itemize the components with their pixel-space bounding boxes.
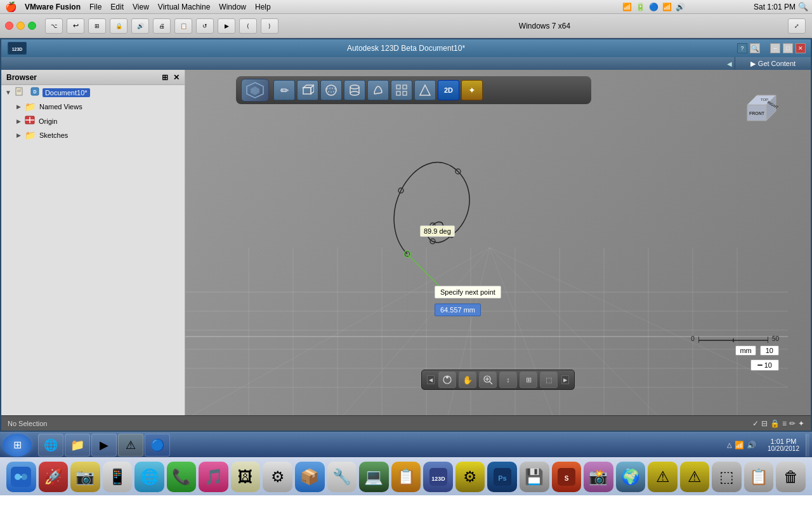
dock-app13[interactable]: 📋 <box>391 462 421 492</box>
search-icon[interactable]: 🔍 <box>798 2 808 11</box>
dock-trash[interactable]: 🗑 <box>776 462 806 492</box>
vmware-btn-11[interactable]: ⟩ <box>261 18 278 34</box>
taskbar-app5[interactable]: 🔵 <box>145 434 170 457</box>
unit-selector[interactable]: mm <box>735 345 756 356</box>
vmware-btn-3[interactable]: ⊞ <box>88 18 106 34</box>
menu-view[interactable]: View <box>133 3 149 11</box>
dock-contacts[interactable]: 📱 <box>103 462 133 492</box>
toolbar-box-btn[interactable] <box>297 80 318 100</box>
status-columns-icon[interactable]: ⊟ <box>761 419 768 428</box>
dock-replicator2[interactable]: ⚠ <box>648 462 678 492</box>
show-desktop-btn[interactable] <box>806 434 809 457</box>
toolbar-sketch-btn[interactable]: ✏ <box>273 80 295 100</box>
view-mode-btn[interactable]: ⊞ <box>520 371 537 388</box>
status-lock-icon[interactable]: 🔒 <box>770 419 780 428</box>
tree-item-document[interactable]: ▼ D Document10* <box>1 85 185 100</box>
autodesk-maximize-btn[interactable]: □ <box>783 43 793 53</box>
dock-sketchup[interactable]: S <box>552 462 582 492</box>
start-button[interactable]: ⊞ <box>3 434 32 457</box>
toolbar-sphere-btn[interactable] <box>320 80 342 100</box>
tray-icon-2[interactable]: 🔋 <box>636 3 645 11</box>
tree-item-origin[interactable]: ▶ Origin <box>1 114 185 128</box>
toolbar-featured-btn[interactable]: ✦ <box>461 80 483 100</box>
help-button[interactable]: ? <box>737 43 747 53</box>
dock-safari[interactable]: 🌐 <box>134 462 164 492</box>
close-button[interactable] <box>5 22 13 30</box>
vmware-restore-btn[interactable]: ⤢ <box>788 18 806 34</box>
dock-itunes[interactable]: 🎵 <box>199 462 228 492</box>
status-list-icon[interactable]: ≡ <box>782 419 787 428</box>
pan-btn[interactable]: ✋ <box>459 371 476 388</box>
autodesk-search-icon[interactable]: 🔍 <box>750 43 760 53</box>
apple-logo[interactable]: 🍎 <box>5 1 17 13</box>
autodesk-close-btn[interactable]: ✕ <box>796 43 806 53</box>
tray-volume-icon[interactable]: 🔊 <box>747 441 756 450</box>
view-btn-2[interactable]: ⬚ <box>540 371 558 388</box>
vmware-btn-4[interactable]: 🔒 <box>110 18 128 34</box>
dock-vmware[interactable]: 💻 <box>359 462 389 492</box>
tree-item-sketches[interactable]: ▶ 📁 Sketches <box>1 128 185 142</box>
tray-arrow[interactable]: △ <box>727 441 732 448</box>
toolbar-2d-btn[interactable]: 2D <box>438 80 459 100</box>
dock-disk[interactable]: 💾 <box>520 462 549 492</box>
toolbar-cylinder-btn[interactable] <box>344 80 365 100</box>
dock-photoshop[interactable]: Ps <box>487 462 517 492</box>
menu-file[interactable]: File <box>89 3 102 11</box>
taskbar-ie[interactable]: 🌐 <box>38 434 63 457</box>
status-edit-icon[interactable]: ✏ <box>789 419 796 428</box>
dock-autodesk[interactable]: 123D <box>423 462 453 492</box>
status-star-icon[interactable]: ✦ <box>798 419 804 428</box>
tray-icon-3[interactable]: 🔵 <box>649 3 658 11</box>
get-content-button[interactable]: ▶ Get Content <box>735 57 811 70</box>
autodesk-minimize-btn[interactable]: – <box>770 43 780 53</box>
tray-network-icon[interactable]: 📶 <box>735 441 744 450</box>
toolbar-pattern-btn[interactable] <box>391 80 412 100</box>
dock-photos[interactable]: 📷 <box>70 462 100 492</box>
dock-replicator[interactable]: ⚙ <box>455 462 485 492</box>
zoom-btn[interactable] <box>479 371 497 388</box>
menu-vmware-fusion[interactable]: VMware Fusion <box>25 3 81 11</box>
toolbar-expand-btn[interactable]: ▶ <box>561 375 569 384</box>
dock-replicator3[interactable]: ⚠ <box>680 462 710 492</box>
tray-icon-4[interactable]: 📶 <box>662 3 672 11</box>
toolbar-construct-btn[interactable] <box>414 80 436 100</box>
vmware-btn-10[interactable]: ⟨ <box>239 18 257 34</box>
toolbar-freeform-btn[interactable] <box>367 80 389 100</box>
orbit-btn[interactable] <box>438 371 456 388</box>
vmware-btn-9[interactable]: ▶ <box>218 18 235 34</box>
dock-appstore[interactable]: 📦 <box>295 462 325 492</box>
dock-other[interactable]: ⬚ <box>712 462 742 492</box>
vmware-btn-1[interactable]: ⌥ <box>45 18 63 34</box>
dock-other2[interactable]: 📋 <box>744 462 774 492</box>
viewport[interactable]: 89.9 deg Specify next point 64.557 mm <box>185 70 811 415</box>
dock-finder[interactable] <box>6 462 36 492</box>
dock-launchpad[interactable]: 🚀 <box>39 462 69 492</box>
tray-icon-1[interactable]: 📶 <box>622 3 632 11</box>
menu-virtual-machine[interactable]: Virtual Machine <box>158 3 211 11</box>
vmware-btn-2[interactable]: ↩ <box>67 18 84 34</box>
taskbar-event[interactable]: ⚠ <box>118 434 143 457</box>
browser-grid-icon[interactable]: ⊞ <box>162 73 168 82</box>
dock-preview[interactable]: 🖼 <box>231 462 261 492</box>
taskbar-media[interactable]: ▶ <box>91 434 117 457</box>
dock-camera[interactable]: 📸 <box>584 462 613 492</box>
view-cube[interactable]: FRONT RIGHT TOP <box>738 79 785 127</box>
snap-value[interactable]: 10 <box>760 345 779 356</box>
tree-item-named-views[interactable]: ▶ 📁 Named Views <box>1 100 185 114</box>
vmware-btn-6[interactable]: 🖨 <box>153 18 171 34</box>
tray-icon-5[interactable]: 🔊 <box>676 3 685 11</box>
dock-tools[interactable]: 🔧 <box>327 462 357 492</box>
vmware-btn-7[interactable]: 📋 <box>174 18 192 34</box>
menu-window[interactable]: Window <box>219 3 246 11</box>
move-btn[interactable]: ↕ <box>499 371 517 388</box>
dock-phone[interactable]: 📞 <box>167 462 197 492</box>
maximize-button[interactable] <box>28 22 36 30</box>
taskbar-explorer[interactable]: 📁 <box>65 434 90 457</box>
menu-edit[interactable]: Edit <box>110 3 124 11</box>
vmware-btn-5[interactable]: 🔊 <box>131 18 149 34</box>
menu-help[interactable]: Help <box>255 3 271 11</box>
toolbar-logo-btn[interactable] <box>241 79 269 102</box>
browser-close-icon[interactable]: ✕ <box>173 73 180 82</box>
vmware-btn-8[interactable]: ↺ <box>196 18 214 34</box>
dock-safari2[interactable]: 🌍 <box>616 462 646 492</box>
